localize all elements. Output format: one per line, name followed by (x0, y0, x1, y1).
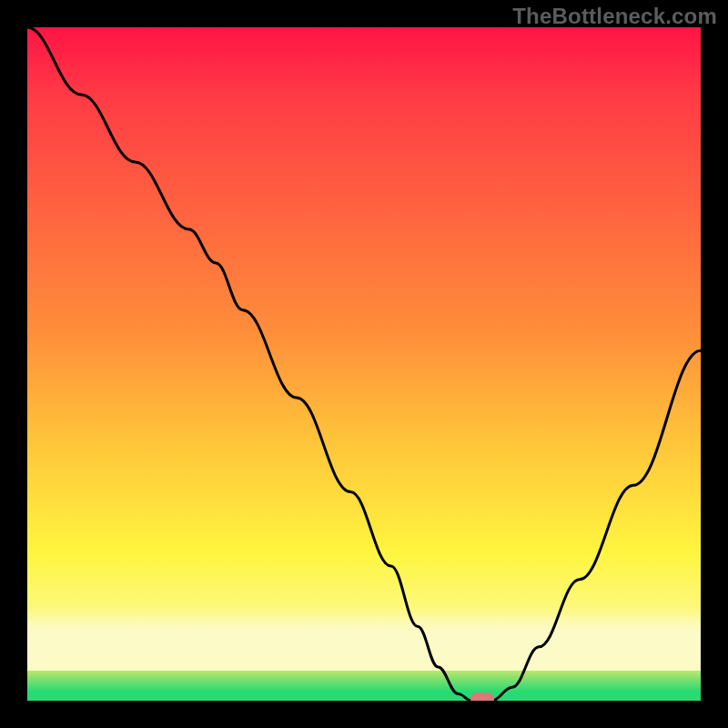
chart-frame: TheBottleneck.com (0, 0, 728, 728)
watermark-text: TheBottleneck.com (512, 4, 717, 29)
curve-path (27, 27, 701, 701)
bottleneck-curve (27, 27, 701, 701)
plot-area (27, 27, 701, 701)
optimal-marker (470, 693, 494, 701)
